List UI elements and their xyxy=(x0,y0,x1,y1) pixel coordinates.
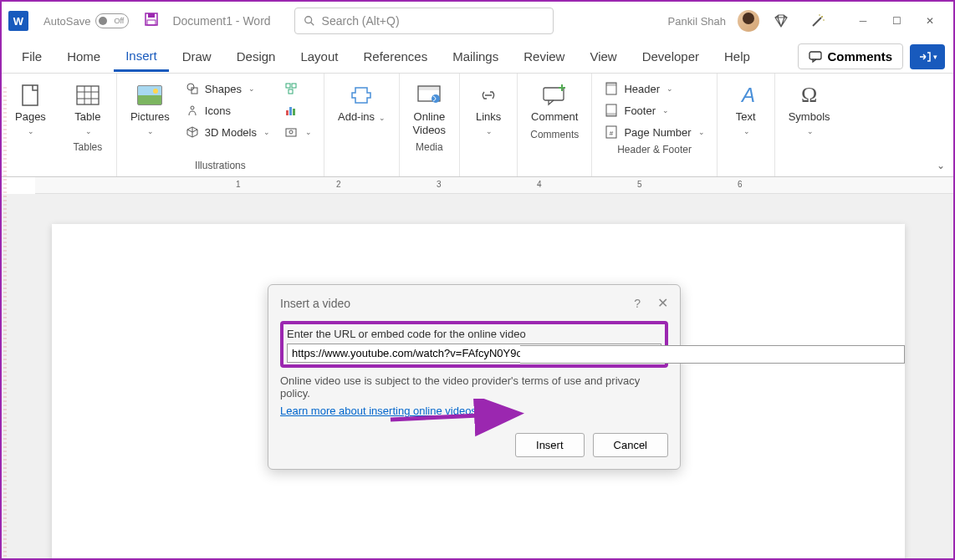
svg-rect-36 xyxy=(606,113,616,116)
insert-video-dialog: Insert a video ? ✕ Enter the URL or embe… xyxy=(268,284,681,470)
close-button[interactable]: ✕ xyxy=(913,8,947,34)
minimize-button[interactable]: ─ xyxy=(846,8,880,34)
search-icon xyxy=(304,15,315,27)
diamond-icon[interactable] xyxy=(766,6,796,36)
collapse-ribbon-button[interactable]: ⌄ xyxy=(937,160,945,171)
addins-button[interactable]: Add-ins ⌄ xyxy=(331,79,392,127)
page-icon xyxy=(17,82,43,109)
table-icon xyxy=(74,82,101,109)
text-icon: A xyxy=(733,82,759,109)
tab-help[interactable]: Help xyxy=(712,43,762,70)
svg-point-16 xyxy=(187,84,194,90)
dialog-close-button[interactable]: ✕ xyxy=(657,295,668,311)
comments-button[interactable]: Comments xyxy=(798,43,903,69)
svg-rect-10 xyxy=(23,85,38,105)
tab-draw[interactable]: Draw xyxy=(171,43,223,70)
left-edge-marker xyxy=(3,85,7,557)
header-button[interactable]: Header⌄ xyxy=(599,79,709,99)
tab-design[interactable]: Design xyxy=(225,43,288,70)
ruler[interactable]: 1 2 3 4 5 6 xyxy=(35,177,953,194)
ribbon-tabs: File Home Insert Draw Design Layout Refe… xyxy=(2,40,953,74)
smartart-button[interactable] xyxy=(278,79,317,99)
tab-insert[interactable]: Insert xyxy=(114,42,169,72)
svg-rect-25 xyxy=(286,129,296,136)
share-button[interactable]: ▾ xyxy=(910,44,945,69)
svg-text:A: A xyxy=(740,84,755,106)
dialog-title: Insert a video xyxy=(280,297,634,310)
word-app-icon: W xyxy=(8,11,28,31)
footer-icon xyxy=(604,103,619,118)
cancel-button[interactable]: Cancel xyxy=(593,433,668,457)
chart-icon xyxy=(283,103,299,118)
svg-rect-24 xyxy=(293,109,295,115)
comments-group-label: Comments xyxy=(530,129,579,144)
tab-review[interactable]: Review xyxy=(512,43,576,70)
autosave-label: AutoSave xyxy=(43,15,90,28)
symbols-button[interactable]: Ω Symbols⌄ xyxy=(782,79,837,140)
svg-rect-9 xyxy=(809,52,821,59)
svg-rect-23 xyxy=(289,107,292,115)
icons-icon xyxy=(185,103,200,118)
avatar[interactable] xyxy=(738,10,759,32)
maximize-button[interactable]: ☐ xyxy=(880,8,913,34)
disclaimer-text: Online video use is subject to the video… xyxy=(280,374,668,400)
svg-rect-28 xyxy=(418,86,440,90)
document-title: Document1 - Word xyxy=(172,14,270,28)
illustrations-group-label: Illustrations xyxy=(195,160,246,175)
svg-text:#: # xyxy=(610,130,614,137)
3d-models-button[interactable]: 3D Models⌄ xyxy=(180,122,275,142)
tab-references[interactable]: References xyxy=(351,43,439,70)
omega-icon: Ω xyxy=(796,82,823,109)
svg-rect-22 xyxy=(286,110,289,115)
headerfooter-group-label: Header & Footer xyxy=(617,144,692,159)
screenshot-button[interactable]: ⌄ xyxy=(278,122,317,142)
footer-button[interactable]: Footer⌄ xyxy=(599,100,709,120)
ribbon: Pages⌄ Table⌄ Tables Pictures⌄ Shapes⌄ I… xyxy=(2,74,953,177)
insert-button[interactable]: Insert xyxy=(515,433,585,457)
video-url-input-extension[interactable] xyxy=(520,345,905,364)
online-videos-button[interactable]: OnlineVideos xyxy=(406,79,453,140)
link-icon xyxy=(475,82,502,109)
svg-rect-30 xyxy=(544,88,564,100)
tab-home[interactable]: Home xyxy=(55,43,112,70)
save-icon[interactable] xyxy=(144,12,159,31)
dialog-help-button[interactable]: ? xyxy=(634,297,641,310)
autosave-toggle[interactable]: AutoSave Off xyxy=(43,13,129,28)
title-bar: W AutoSave Off Document1 - Word Search (… xyxy=(2,2,953,40)
smartart-icon xyxy=(283,81,299,96)
pagenum-icon: # xyxy=(604,125,619,140)
user-name: Pankil Shah xyxy=(668,15,726,28)
wand-icon[interactable] xyxy=(803,6,833,36)
svg-rect-34 xyxy=(606,83,616,86)
page-number-button[interactable]: #Page Number⌄ xyxy=(599,122,709,142)
shapes-button[interactable]: Shapes⌄ xyxy=(180,79,275,99)
svg-line-5 xyxy=(813,18,821,26)
svg-point-7 xyxy=(823,19,825,21)
picture-icon xyxy=(136,82,163,109)
table-button[interactable]: Table⌄ xyxy=(66,79,110,140)
cube-icon xyxy=(185,125,200,140)
links-button[interactable]: Links⌄ xyxy=(467,79,510,140)
tab-view[interactable]: View xyxy=(578,43,628,70)
tab-file[interactable]: File xyxy=(10,43,54,70)
comment-icon xyxy=(809,51,822,63)
svg-rect-21 xyxy=(289,89,293,94)
comment-insert-icon xyxy=(541,82,568,109)
svg-rect-17 xyxy=(192,88,197,94)
icons-button[interactable]: Icons xyxy=(180,100,275,120)
svg-point-8 xyxy=(819,14,820,16)
search-input[interactable]: Search (Alt+Q) xyxy=(294,8,554,34)
chart-button[interactable] xyxy=(278,100,317,120)
pictures-button[interactable]: Pictures⌄ xyxy=(124,79,176,140)
text-button[interactable]: A Text⌄ xyxy=(724,79,768,140)
tab-developer[interactable]: Developer xyxy=(631,43,711,70)
pages-button[interactable]: Pages⌄ xyxy=(8,79,53,140)
video-icon xyxy=(416,82,442,109)
comment-button[interactable]: Comment xyxy=(524,79,585,127)
url-field-label: Enter the URL or embed code for the onli… xyxy=(287,328,661,340)
svg-rect-11 xyxy=(77,86,99,104)
learn-more-link[interactable]: Learn more about inserting online videos xyxy=(280,405,477,417)
tab-layout[interactable]: Layout xyxy=(289,43,350,70)
svg-rect-2 xyxy=(147,20,156,25)
tab-mailings[interactable]: Mailings xyxy=(441,43,510,70)
